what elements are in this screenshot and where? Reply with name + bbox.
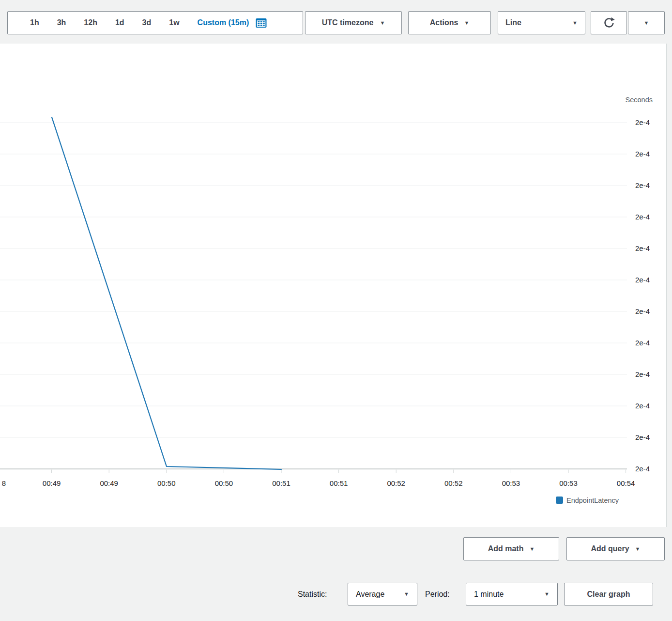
- y-tick-label: 2e-4: [635, 339, 650, 347]
- metric-line-chart[interactable]: 2e-42e-42e-42e-42e-42e-42e-42e-42e-42e-4…: [0, 44, 667, 527]
- calendar-icon-svg: [256, 18, 267, 28]
- clear-graph-button[interactable]: Clear graph: [564, 583, 653, 605]
- y-tick-label: 2e-4: [635, 370, 650, 378]
- x-tick-label: 00:49: [43, 479, 61, 487]
- y-tick-label: 2e-4: [635, 213, 650, 221]
- legend-label: EndpointLatency: [566, 497, 619, 504]
- chevron-down-icon: ▼: [404, 591, 409, 597]
- add-query-label: Add query: [591, 544, 629, 553]
- chevron-down-icon: ▼: [635, 546, 641, 552]
- time-range-1h[interactable]: 1h: [30, 18, 39, 27]
- x-tick-label: 00:50: [157, 479, 176, 487]
- actions-dropdown[interactable]: Actions ▼: [408, 11, 491, 34]
- time-range-3h[interactable]: 3h: [57, 18, 66, 27]
- chevron-down-icon: ▼: [644, 20, 649, 26]
- timezone-dropdown-label: UTC timezone: [322, 18, 374, 27]
- y-tick-label: 2e-4: [635, 433, 650, 441]
- y-tick-label: 2e-4: [635, 307, 650, 315]
- refresh-options-dropdown-button[interactable]: ▼: [628, 11, 665, 34]
- y-tick-label: 2e-4: [635, 150, 650, 158]
- add-math-button[interactable]: Add math ▼: [463, 537, 559, 560]
- x-tick-label: 8: [2, 479, 6, 487]
- x-tick-label: 00:51: [272, 479, 290, 487]
- chevron-down-icon: ▼: [572, 20, 578, 26]
- chart-type-select[interactable]: Line ▼: [498, 11, 585, 34]
- metric-chart-card: 2e-42e-42e-42e-42e-42e-42e-42e-42e-42e-4…: [0, 44, 667, 527]
- x-tick-label: 00:52: [387, 479, 405, 487]
- custom-time-range-link[interactable]: Custom (15m): [198, 18, 249, 27]
- calendar-icon[interactable]: [256, 18, 267, 28]
- chart-type-selected-value: Line: [505, 18, 521, 27]
- series-line-endpointlatency: [52, 117, 281, 469]
- x-tick-label: 00:51: [330, 479, 348, 487]
- x-tick-label: 00:53: [559, 479, 578, 487]
- chevron-down-icon: ▼: [544, 591, 550, 597]
- time-range-group: 1h 3h 12h 1d 3d 1w Custom (15m): [7, 11, 303, 34]
- actions-dropdown-label: Actions: [430, 18, 458, 27]
- add-query-button[interactable]: Add query ▼: [566, 537, 665, 560]
- cloudwatch-metric-graph-page: { "toolbar": { "time_ranges": ["1h", "3h…: [0, 0, 672, 621]
- chevron-down-icon: ▼: [529, 546, 535, 552]
- y-axis-unit-label: Seconds: [626, 96, 653, 104]
- time-range-1w[interactable]: 1w: [169, 18, 179, 27]
- statistic-label: Statistic:: [298, 583, 327, 605]
- chevron-down-icon: ▼: [464, 20, 469, 26]
- legend-item[interactable]: EndpointLatency: [556, 497, 619, 504]
- statistic-selected-value: Average: [356, 590, 384, 599]
- refresh-button[interactable]: [591, 11, 627, 34]
- time-range-3d[interactable]: 3d: [142, 18, 152, 27]
- x-tick-label: 00:49: [100, 479, 118, 487]
- x-tick-label: 00:52: [444, 479, 463, 487]
- period-selected-value: 1 minute: [474, 590, 504, 599]
- time-range-12h[interactable]: 12h: [84, 18, 97, 27]
- y-tick-label: 2e-4: [635, 118, 650, 126]
- refresh-icon: [603, 16, 615, 29]
- y-tick-label: 2e-4: [635, 465, 650, 473]
- time-range-1d[interactable]: 1d: [115, 18, 124, 27]
- add-math-label: Add math: [488, 544, 524, 553]
- x-tick-label: 00:54: [617, 479, 635, 487]
- footer-divider: [0, 567, 672, 567]
- x-tick-label: 00:53: [502, 479, 520, 487]
- period-select[interactable]: 1 minute ▼: [466, 583, 558, 605]
- y-tick-label: 2e-4: [635, 276, 650, 284]
- y-tick-label: 2e-4: [635, 244, 650, 252]
- statistic-select[interactable]: Average ▼: [348, 583, 417, 605]
- x-tick-label: 00:50: [215, 479, 233, 487]
- period-label: Period:: [425, 583, 450, 605]
- clear-graph-label: Clear graph: [587, 590, 630, 599]
- y-tick-label: 2e-4: [635, 181, 650, 189]
- timezone-dropdown[interactable]: UTC timezone ▼: [305, 11, 402, 34]
- y-tick-label: 2e-4: [635, 402, 650, 410]
- chevron-down-icon: ▼: [380, 20, 385, 26]
- legend-swatch: [556, 497, 563, 504]
